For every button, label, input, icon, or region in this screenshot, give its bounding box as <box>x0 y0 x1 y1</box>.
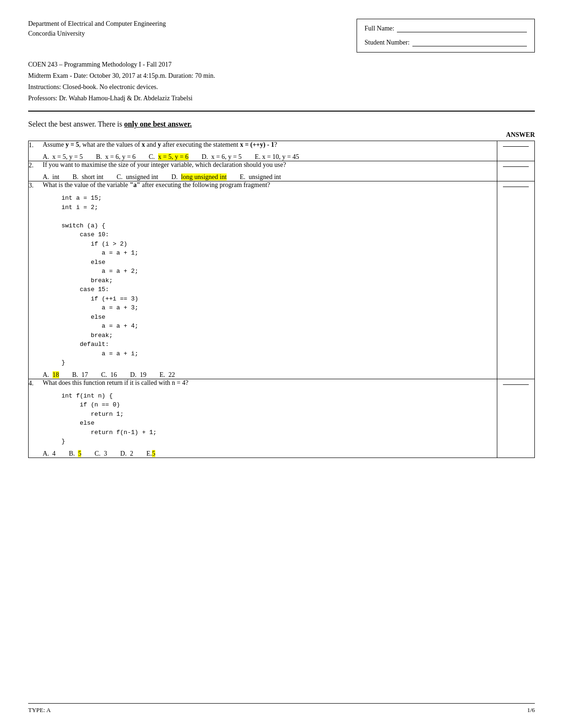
questions-table: 1. Assume y = 5, what are the values of … <box>28 141 535 458</box>
q1-content: Assume y = 5, what are the values of x a… <box>43 141 497 161</box>
q1-choice-a: A. x = 5, y = 5 <box>43 153 83 161</box>
q2-choice-b: B. short int <box>72 173 103 181</box>
professors: Professors: Dr. Wahab Hamou-Lhadj & Dr. … <box>28 95 535 102</box>
q3-code: int a = 15; int i = 2; switch (a) { case… <box>61 194 497 368</box>
q1-choice-c: C. x = 5, y = 6 <box>149 153 189 161</box>
answer-column-header: ANSWER <box>28 131 535 139</box>
q2-choices: A. int B. short int C. unsigned int D. l… <box>43 173 497 181</box>
course-info: COEN 243 – Programming Methodology I - F… <box>28 61 535 68</box>
q3-text: What is the value of the variable "a" af… <box>43 181 497 189</box>
q2-answer-line <box>503 166 529 167</box>
q4-choice-c: C. 3 <box>94 450 107 458</box>
section-divider <box>28 111 535 112</box>
q1-choice-d: D. x = 6, y = 5 <box>202 153 242 161</box>
q1-choices: A. x = 5, y = 5 B. x = 6, y = 6 C. x = 5… <box>43 153 497 161</box>
q2-text: If you want to maximise the size of your… <box>43 161 497 169</box>
question-2-row: 2. If you want to maximise the size of y… <box>29 161 497 181</box>
question-3-cell: 3. What is the value of the variable "a"… <box>29 181 497 379</box>
q3-choice-d: D. 19 <box>130 371 146 379</box>
q4-highlight-b: 5 <box>78 450 81 457</box>
answer-label: ANSWER <box>506 131 535 139</box>
footer-page: 1/6 <box>527 706 535 714</box>
table-row: 1. Assume y = 5, what are the values of … <box>29 141 535 161</box>
q4-choice-b: B. 5 <box>69 450 82 458</box>
exam-info: Midterm Exam - Date: October 30, 2017 at… <box>28 72 535 80</box>
question-1-row: 1. Assume y = 5, what are the values of … <box>29 141 497 161</box>
dept-name: Department of Electrical and Computer En… <box>28 19 338 29</box>
q1-answer-line <box>503 146 529 147</box>
q3-number: 3. <box>29 181 43 189</box>
q1-number: 1. <box>29 141 43 149</box>
q2-choice-d: D. long unsigned int <box>171 173 227 181</box>
question-4-row: 4. What does this function return if it … <box>29 379 497 458</box>
q2-answer-cell <box>497 161 535 181</box>
student-number-label: Student Number: <box>365 39 410 46</box>
q1-answer-cell <box>497 141 535 161</box>
q1-choice-e: E. x = 10, y = 45 <box>255 153 299 161</box>
q2-choice-a: A. int <box>43 173 59 181</box>
q4-highlight-e: 5 <box>152 450 155 457</box>
section-title-text: Select the best answer. There is <box>28 120 124 128</box>
student-info-box: Full Name: Student Number: <box>357 19 535 53</box>
q2-choice-c: C. unsigned int <box>117 173 159 181</box>
header-left: Department of Electrical and Computer En… <box>28 19 338 38</box>
question-3-row: 3. What is the value of the variable "a"… <box>29 181 497 379</box>
q3-choice-a: A. 18 <box>43 371 59 379</box>
q4-code: int f(int n) { if (n == 0) return 1; els… <box>61 391 497 446</box>
page-footer: TYPE: A 1/6 <box>28 703 535 714</box>
page-header: Department of Electrical and Computer En… <box>28 19 535 53</box>
section-title: Select the best answer. There is only on… <box>28 120 535 128</box>
full-name-label: Full Name: <box>365 25 394 32</box>
q4-choices: A. 4 B. 5 C. 3 D. 2 E.5 <box>43 450 497 458</box>
q1-choice-b: B. x = 6, y = 6 <box>96 153 136 161</box>
q3-highlight-a: 18 <box>53 371 59 378</box>
question-4-cell: 4. What does this function return if it … <box>29 379 497 458</box>
q1-highlight-c: x = 5, y = 6 <box>158 153 189 160</box>
q4-number: 4. <box>29 379 43 387</box>
full-name-underline <box>397 25 527 32</box>
q3-choice-c: C. 16 <box>101 371 117 379</box>
student-number-underline <box>412 39 527 46</box>
q3-answer-cell <box>497 181 535 379</box>
q3-choices: A. 18 B. 17 C. 16 D. 19 E. 22 <box>43 371 497 379</box>
table-row: 2. If you want to maximise the size of y… <box>29 161 535 181</box>
footer-type: TYPE: A <box>28 706 51 714</box>
table-row: 3. What is the value of the variable "a"… <box>29 181 535 379</box>
instructions: Instructions: Closed-book. No electronic… <box>28 83 535 91</box>
q3-choice-b: B. 17 <box>72 371 88 379</box>
q2-content: If you want to maximise the size of your… <box>43 161 497 181</box>
q3-choice-e: E. 22 <box>160 371 175 379</box>
q2-choice-e: E. unsigned int <box>240 173 281 181</box>
q2-number: 2. <box>29 161 43 169</box>
q3-content: What is the value of the variable "a" af… <box>43 181 497 379</box>
q4-content: What does this function return if it is … <box>43 379 497 458</box>
student-number-field: Student Number: <box>365 39 527 46</box>
question-1-cell: 1. Assume y = 5, what are the values of … <box>29 141 497 161</box>
table-row: 4. What does this function return if it … <box>29 379 535 458</box>
q4-answer-line <box>503 384 529 385</box>
q3-answer-line <box>503 187 529 187</box>
q1-text: Assume y = 5, what are the values of x a… <box>43 141 497 149</box>
q4-choice-e: E.5 <box>146 450 155 458</box>
q4-choice-a: A. 4 <box>43 450 56 458</box>
q4-choice-d: D. 2 <box>120 450 133 458</box>
section-title-emphasis: only one best answer. <box>124 120 192 128</box>
university-name: Concordia University <box>28 29 338 38</box>
q4-text: What does this function return if it is … <box>43 379 497 387</box>
full-name-field: Full Name: <box>365 25 527 32</box>
q4-answer-cell <box>497 379 535 458</box>
q2-highlight-d: long unsigned int <box>181 173 227 180</box>
question-2-cell: 2. If you want to maximise the size of y… <box>29 161 497 181</box>
